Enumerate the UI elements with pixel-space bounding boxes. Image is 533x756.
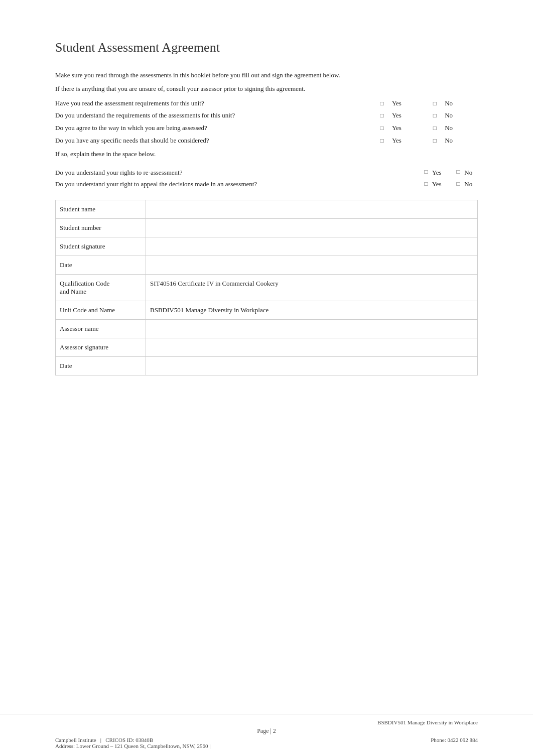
no-checkbox[interactable]: □ (425, 109, 445, 122)
no-label: No (445, 97, 478, 110)
page-footer: BSBDIV501 Manage Diversity in Workplace … (0, 714, 533, 756)
field-value[interactable] (146, 338, 478, 357)
info-row-5: Unit Code and Name BSBDIV501 Manage Dive… (56, 301, 478, 320)
intro-line2: If there is anything that you are unsure… (55, 84, 478, 94)
page-title: Student Assessment Agreement (55, 40, 478, 55)
info-row-1: Student number (56, 219, 478, 237)
no-checkbox[interactable]: □ (425, 122, 445, 135)
field-label: Date (56, 256, 146, 275)
field-label: Date (56, 357, 146, 375)
re-assess-yes-checkbox[interactable]: □ (422, 167, 431, 178)
intro-line1: Make sure you read through the assessmen… (55, 70, 478, 81)
info-row-0: Student name (56, 200, 478, 219)
info-row-2: Student signature (56, 237, 478, 256)
field-value[interactable] (146, 256, 478, 275)
re-assess-no-checkbox[interactable]: □ (454, 167, 463, 178)
field-label: Student signature (56, 237, 146, 256)
yes-label: Yes (392, 135, 425, 147)
field-value[interactable] (146, 200, 478, 219)
question-row-3: Do you have any specific needs that shou… (55, 135, 478, 147)
field-label: Student name (56, 200, 146, 219)
re-assess-no-checkbox[interactable]: □ (454, 179, 463, 190)
question-row-2: Do you agree to the way in which you are… (55, 122, 478, 135)
info-table: Student name Student number Student sign… (55, 200, 478, 375)
info-row-8: Date (56, 357, 478, 375)
question-text: Do you agree to the way in which you are… (55, 122, 372, 135)
field-value[interactable]: BSBDIV501 Manage Diversity in Workplace (146, 301, 478, 320)
no-checkbox[interactable]: □ (425, 135, 445, 147)
re-assess-text: Do you understand your rights to re-asse… (55, 167, 182, 178)
re-assess-row-0: Do you understand your rights to re-asse… (55, 167, 478, 178)
field-value[interactable] (146, 357, 478, 375)
field-label: Unit Code and Name (56, 301, 146, 320)
re-assessment-block: Do you understand your rights to re-asse… (55, 167, 478, 190)
field-value[interactable]: SIT40516 Certificate IV in Commercial Co… (146, 275, 478, 301)
field-value[interactable] (146, 237, 478, 256)
question-text: Do you understand the requirements of th… (55, 109, 372, 122)
yes-checkbox[interactable]: □ (372, 122, 392, 135)
re-assess-yes-checkbox[interactable]: □ (422, 179, 431, 190)
info-row-6: Assessor name (56, 320, 478, 338)
info-row-3: Date (56, 256, 478, 275)
question-row-1: Do you understand the requirements of th… (55, 109, 478, 122)
yes-checkbox[interactable]: □ (372, 109, 392, 122)
yes-checkbox[interactable]: □ (372, 97, 392, 110)
re-assess-row-1: Do you understand your right to appeal t… (55, 178, 478, 190)
question-row-0: Have you read the assessment requirement… (55, 97, 478, 110)
question-text: Have you read the assessment requirement… (55, 97, 372, 110)
no-checkbox[interactable]: □ (425, 97, 445, 110)
field-value[interactable] (146, 219, 478, 237)
field-label: Qualification Codeand Name (56, 275, 146, 301)
re-assess-text: Do you understand your right to appeal t… (55, 178, 257, 190)
footer-phone: Phone: 0422 092 884 (431, 737, 478, 749)
question-text: Do you have any specific needs that shou… (55, 135, 372, 147)
field-label: Assessor signature (56, 338, 146, 357)
re-assess-yes-label: Yes (431, 167, 446, 178)
field-value[interactable] (146, 320, 478, 338)
field-label: Assessor name (56, 320, 146, 338)
re-assess-no-label: No (463, 178, 478, 190)
info-row-4: Qualification Codeand Name SIT40516 Cert… (56, 275, 478, 301)
no-label: No (445, 109, 478, 122)
re-assess-yes-label: Yes (431, 178, 446, 190)
no-label: No (445, 122, 478, 135)
info-row-7: Assessor signature (56, 338, 478, 357)
field-label: Student number (56, 219, 146, 237)
yes-label: Yes (392, 122, 425, 135)
footer-unit-name: BSBDIV501 Manage Diversity in Workplace (377, 719, 478, 725)
yes-label: Yes (392, 109, 425, 122)
yes-label: Yes (392, 97, 425, 110)
footer-address-line: Campbell Institute | CRICOS ID: 03840B A… (55, 737, 210, 749)
questions-table: Have you read the assessment requirement… (55, 97, 478, 147)
footer-page: Page | 2 (257, 727, 276, 734)
no-label: No (445, 135, 478, 147)
explain-note: If so, explain these in the space below. (55, 149, 478, 160)
yes-checkbox[interactable]: □ (372, 135, 392, 147)
re-assess-no-label: No (463, 167, 478, 178)
